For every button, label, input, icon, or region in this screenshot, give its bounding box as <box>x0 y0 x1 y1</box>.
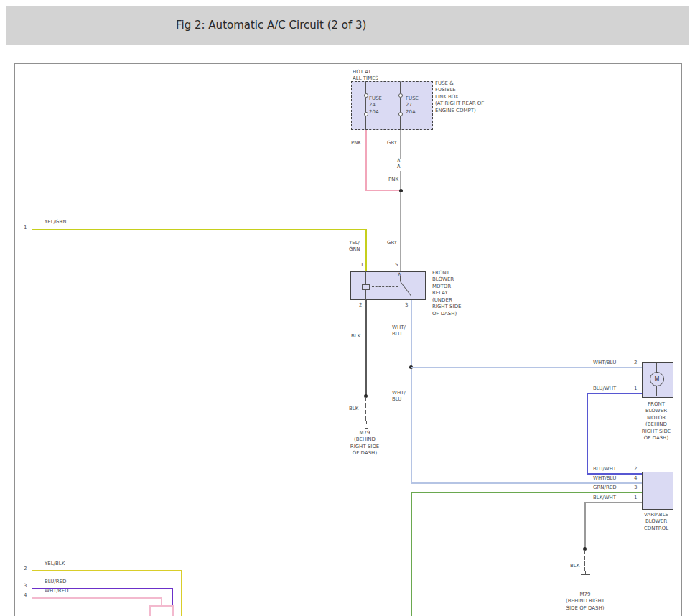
diagram-frame <box>14 63 682 616</box>
circuit-ref-1: 1 <box>24 225 27 231</box>
motor-brush-stub <box>656 386 657 396</box>
wire-yel-blk-horizontal <box>32 570 182 571</box>
wire-blk-wht-vertical <box>584 502 586 549</box>
ground-bar <box>363 426 370 426</box>
vbc-pin-3: 3 <box>634 485 637 491</box>
circuit-ref-3: 3 <box>24 583 27 589</box>
ground-icon <box>360 421 372 429</box>
fuse-terminal-circle <box>398 112 403 116</box>
fuse-27-wire <box>400 82 401 93</box>
relay-location-label: FRONT BLOWER MOTOR RELAY (UNDER RIGHT SI… <box>432 270 461 317</box>
wire-label-blu-wht-motor: BLU/WHT <box>593 386 616 392</box>
ground2-wire-label: BLK <box>570 563 579 569</box>
relay-pin-1: 1 <box>360 262 363 269</box>
wire-yel-grn-vertical <box>365 229 367 271</box>
figure-title: Fig 2: Automatic A/C Circuit (2 of 3) <box>176 6 366 45</box>
wire-label-blk-wht-vbc: BLK/WHT <box>593 495 616 501</box>
wire-grn-red-vertical <box>411 492 412 616</box>
vbc-label: VARIABLE BLOWER CONTROL <box>638 512 675 532</box>
wire-gry-lower <box>400 171 401 271</box>
wire-wht-blu-to-motor <box>411 367 643 368</box>
ground1-label: M79 (BEHIND RIGHT SIDE OF DASH) <box>343 430 386 457</box>
motor-brush-stub <box>656 363 657 372</box>
wire-yel-grn-horizontal <box>32 229 367 230</box>
vbc-pin-2: 2 <box>634 466 637 472</box>
wire-label-gry: GRY <box>387 140 397 146</box>
fuse-27-element <box>400 98 401 112</box>
wire-wht-blu-to-vbc <box>411 482 642 484</box>
relay-link-dashed <box>372 286 398 287</box>
wire-pnk-vertical <box>365 130 367 191</box>
fuse-24-wire <box>365 82 366 93</box>
wire-label-gry-mid: GRY <box>387 240 397 246</box>
wire-blk-dashed <box>365 397 366 421</box>
motor-pin-2: 2 <box>634 360 637 366</box>
fuse-27-label: FUSE 27 20A <box>406 95 419 116</box>
cutoff-connector-box <box>149 605 174 616</box>
relay-coil <box>362 284 370 290</box>
wire-label-yel-grn-v: YEL/ GRN <box>349 240 360 253</box>
motor-icon: M <box>650 372 664 386</box>
wire-label-yel-blk: YEL/BLK <box>45 561 65 567</box>
fuse-24-wire <box>365 116 366 130</box>
motor-pin-1: 1 <box>634 386 637 392</box>
ground-bar <box>584 579 587 579</box>
vbc-pin-4: 4 <box>634 475 637 482</box>
wire-blu-wht-motor-h <box>587 393 643 394</box>
wire-blk-vertical <box>365 300 367 396</box>
relay-coil-wire <box>365 290 366 300</box>
wire-blk-dashed <box>584 550 585 571</box>
wire-label-blk: BLK <box>351 333 360 340</box>
wire-label-wht-blu-motor: WHT/BLU <box>593 360 616 366</box>
wire-label-wht-blu-2: WHT/ BLU <box>392 390 406 403</box>
wire-blk-wht-horizontal <box>584 502 642 503</box>
figure-titlebar: Fig 2: Automatic A/C Circuit (2 of 3) <box>6 6 689 45</box>
fuse-terminal-circle <box>364 93 368 98</box>
fuse-box <box>351 81 433 130</box>
relay-pin-3: 3 <box>405 302 408 309</box>
inline-connector-icon: ∧ ∧ <box>396 157 401 169</box>
ground-bar <box>581 574 590 575</box>
ground-bar <box>365 428 368 429</box>
relay-coil-wire <box>365 271 366 284</box>
wire-label-wht-red: WHT/RED <box>45 588 69 594</box>
fuse-24-label: FUSE 24 20A <box>369 95 382 116</box>
vbc-pin-1: 1 <box>634 495 637 501</box>
fuse-terminal-circle <box>398 93 403 98</box>
junction-dot <box>399 189 403 192</box>
wire-wht-blu-vertical <box>411 300 412 484</box>
ground-bar <box>582 577 589 577</box>
ground-icon <box>579 571 591 579</box>
wire-label-pnk: PNK <box>351 140 361 146</box>
vbc-box <box>642 472 673 510</box>
relay-pin-2: 2 <box>359 302 362 309</box>
ground1-wire-label: BLK <box>349 406 358 412</box>
ground2-label: M79 (BEHIND RIGHT SIDE OF DASH) <box>556 592 614 612</box>
ground-bar <box>362 424 371 424</box>
wire-blu-wht-vertical <box>587 393 588 475</box>
wire-label-wht-blu-1: WHT/ BLU <box>392 325 406 338</box>
wire-label-yel-grn: YEL/GRN <box>45 219 66 225</box>
relay-pin-5: 5 <box>395 262 398 269</box>
motor-symbol: M <box>655 376 660 383</box>
fuse-27-wire <box>400 116 401 130</box>
wire-label-wht-blu-vbc: WHT/BLU <box>593 475 616 482</box>
wire-gry-upper <box>400 130 401 159</box>
relay-pin3-stub <box>411 294 411 300</box>
wire-wht-red-horizontal <box>32 597 162 599</box>
fuse-terminal-circle <box>364 112 368 116</box>
wire-grn-red-horizontal <box>411 492 642 493</box>
motor-label: FRONT BLOWER MOTOR (BEHIND RIGHT SIDE OF… <box>638 401 675 442</box>
wire-blu-wht-to-vbc <box>587 473 642 475</box>
circuit-ref-4: 4 <box>24 592 27 599</box>
wire-label-grn-red-vbc: GRN/RED <box>593 485 617 491</box>
fuse-box-location-label: FUSE & FUSIBLE LINK BOX (AT RIGHT REAR O… <box>435 80 484 114</box>
circuit-ref-2: 2 <box>24 566 27 572</box>
page: Fig 2: Automatic A/C Circuit (2 of 3) HO… <box>0 0 695 616</box>
fuse-24-element <box>365 98 366 112</box>
wire-pnk-horizontal <box>365 190 401 191</box>
wire-label-pnk-mid: PNK <box>388 177 398 183</box>
wire-label-blu-red: BLU/RED <box>45 579 67 585</box>
wire-label-blu-wht-vbc: BLU/WHT <box>593 466 616 472</box>
wire-yel-blk-vertical <box>181 570 182 616</box>
